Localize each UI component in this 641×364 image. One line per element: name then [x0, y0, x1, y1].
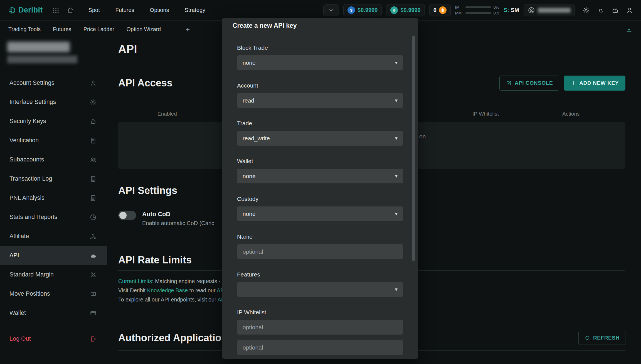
wallet-select[interactable]: none ▾: [237, 169, 403, 183]
name-input[interactable]: [237, 244, 403, 259]
sidebar-item-account-settings[interactable]: Account Settings: [0, 73, 107, 93]
menu-item-options[interactable]: Options: [150, 7, 169, 13]
add-new-key-label: ADD NEW KEY: [579, 80, 619, 86]
menu-item-futures[interactable]: Futures: [115, 7, 134, 13]
chevron-down-icon: ▾: [395, 211, 398, 217]
ip-whitelist-input-2[interactable]: [237, 340, 403, 355]
logout-button[interactable]: Log Out: [0, 329, 107, 348]
user-icon: [90, 79, 97, 87]
sidebar-item-subaccounts[interactable]: Subaccounts: [0, 150, 107, 169]
balance-chip-bitcoin[interactable]: 0 ฿: [429, 4, 451, 16]
field-label: Trade: [237, 120, 403, 127]
balance-chip-usd[interactable]: $ $0.9999: [343, 4, 382, 16]
knowledge-base-link[interactable]: Knowledge Base: [147, 287, 188, 293]
refresh-icon: [584, 335, 590, 341]
trade-select[interactable]: read_write ▾: [237, 131, 403, 146]
sidebar-item-wallet[interactable]: Wallet: [0, 303, 107, 323]
sidebar-item-transaction-log[interactable]: Transaction Log: [0, 169, 107, 188]
tab-trading-tools[interactable]: Trading Tools: [8, 26, 41, 33]
sidebar-item-pnl-analysis[interactable]: PNL Analysis: [0, 188, 107, 208]
margin-indicator: IM 0% MM 0%: [455, 5, 499, 15]
custody-select[interactable]: none ▾: [237, 206, 403, 221]
field-features: Features ▾: [237, 271, 403, 297]
session-value: SM: [511, 7, 519, 13]
affiliate-icon: [90, 233, 97, 240]
wallet-icon: [90, 310, 97, 317]
logout-label: Log Out: [9, 335, 31, 342]
collapse-dropdown-button[interactable]: [323, 4, 339, 16]
modal-scrollbar[interactable]: [412, 36, 415, 261]
gear-icon[interactable]: [583, 7, 590, 14]
balance-value: 0: [433, 7, 437, 13]
add-tab-button[interactable]: +: [186, 26, 190, 33]
tab-futures[interactable]: Futures: [53, 26, 71, 33]
field-label: Custody: [237, 196, 403, 202]
sidebar-item-affiliate[interactable]: Affiliate: [0, 227, 107, 246]
chevron-down-icon: ▾: [395, 173, 398, 179]
cloud-icon: [90, 252, 97, 259]
bitcoin-icon: ฿: [439, 6, 447, 14]
chevron-down-icon: [328, 7, 334, 14]
usd-coin-icon: $: [347, 6, 355, 14]
api-settings-title: API Settings: [118, 185, 177, 196]
field-label: Features: [237, 271, 403, 278]
bell-icon[interactable]: [597, 7, 604, 14]
field-block-trade: Block Trade none ▾: [237, 44, 403, 70]
sidebar-item-interface-settings[interactable]: Interface Settings: [0, 93, 107, 112]
refresh-button[interactable]: REFRESH: [578, 331, 625, 345]
sidebar-item-label: Interface Settings: [9, 99, 56, 106]
sidebar-item-api[interactable]: API: [0, 246, 107, 265]
features-select[interactable]: ▾: [237, 282, 403, 297]
rate-line-1-text: : Matching engine requests - 5/: [152, 278, 226, 284]
deribit-logo-icon: [8, 6, 16, 14]
field-ip-whitelist: IP Whitelist: [237, 309, 403, 335]
top-navbar: Deribit Spot Futures Options Strategy $ …: [0, 0, 641, 21]
account-select[interactable]: read ▾: [237, 93, 403, 108]
sidebar-item-security-keys[interactable]: Security Keys: [0, 112, 107, 131]
api-console-button[interactable]: API CONSOLE: [499, 76, 559, 91]
current-limits-link[interactable]: Current Limits: [118, 278, 152, 284]
select-value: none: [243, 173, 256, 179]
rewards-gift-icon[interactable]: [612, 7, 619, 14]
user-email-redacted: [7, 56, 77, 63]
tab-price-ladder[interactable]: Price Ladder: [83, 26, 114, 33]
authorized-applications-title: Authorized Application: [118, 332, 228, 344]
download-layout-icon[interactable]: [625, 26, 633, 33]
mm-label: MM: [455, 11, 463, 15]
navbar-icons: [583, 7, 633, 14]
select-value: none: [243, 211, 256, 217]
block-trade-select[interactable]: none ▾: [237, 55, 403, 70]
chevron-down-icon: ▾: [395, 59, 398, 66]
sidebar-item-label: Account Settings: [9, 79, 54, 86]
field-label: Block Trade: [237, 44, 403, 51]
api-console-label: API CONSOLE: [515, 80, 553, 86]
pie-chart-icon: [90, 214, 97, 221]
percent-icon: [90, 271, 97, 278]
balance-value: $0.9999: [358, 7, 378, 13]
sidebar-item-stats-and-reports[interactable]: Stats and Reports: [0, 208, 107, 227]
auto-cod-toggle[interactable]: [118, 211, 136, 220]
field-ip-whitelist-2: [237, 340, 403, 355]
sidebar-item-label: Wallet: [9, 310, 26, 316]
sidebar-item-label: Move Positions: [9, 290, 50, 297]
sidebar-menu: Account Settings Interface Settings Secu…: [0, 73, 107, 348]
add-new-key-button[interactable]: ADD NEW KEY: [564, 76, 625, 91]
sidebar-item-standard-margin[interactable]: Standard Margin: [0, 265, 107, 284]
field-label: IP Whitelist: [237, 309, 403, 316]
sidebar-item-label: Affiliate: [9, 233, 29, 240]
field-name: Name: [237, 233, 403, 259]
menu-item-spot[interactable]: Spot: [88, 7, 100, 13]
user-icon[interactable]: [626, 7, 633, 14]
select-value: read_write: [243, 135, 270, 142]
menu-item-strategy[interactable]: Strategy: [185, 7, 205, 13]
tab-option-wizard[interactable]: Option Wizard: [127, 26, 161, 33]
home-icon[interactable]: [67, 7, 74, 14]
sidebar-item-label: Security Keys: [9, 118, 46, 125]
ip-whitelist-input[interactable]: [237, 320, 403, 335]
sidebar-item-verification[interactable]: Verification: [0, 131, 107, 150]
apps-grid-icon[interactable]: [52, 7, 60, 14]
account-chip[interactable]: [524, 4, 575, 16]
sidebar-item-move-positions[interactable]: Move Positions: [0, 284, 107, 303]
balance-chip-tether[interactable]: ₮ $0.9999: [386, 4, 425, 16]
deribit-logo[interactable]: Deribit: [8, 6, 43, 14]
